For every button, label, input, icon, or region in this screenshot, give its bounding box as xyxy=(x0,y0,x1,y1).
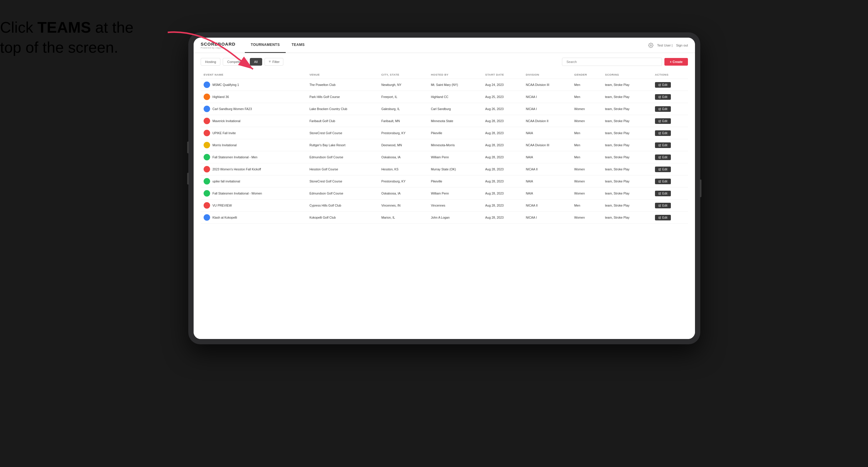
cell-venue-11: Kokopelli Golf Club xyxy=(307,212,378,224)
cell-city-4: Prestonsburg, KY xyxy=(378,127,428,139)
cell-scoring-6: team, Stroke Play xyxy=(602,151,652,163)
edit-button-10[interactable]: Edit xyxy=(655,203,671,208)
event-name-5: Morris Invitational xyxy=(212,143,237,147)
edit-button-3[interactable]: Edit xyxy=(655,118,671,124)
cell-division-6: NAIA xyxy=(523,151,571,163)
cell-event-8: upike fall invitational xyxy=(201,176,307,187)
cell-venue-4: StoneCrest Golf Course xyxy=(307,127,378,139)
tablet-volume-down[interactable] xyxy=(187,173,189,185)
cell-venue-1: Park Hills Golf Course xyxy=(307,91,378,103)
cell-venue-9: Edmundson Golf Course xyxy=(307,187,378,199)
cell-actions-2: Edit xyxy=(652,103,688,115)
cell-event-11: Klash at Kokopelli xyxy=(201,212,307,224)
pencil-icon-5 xyxy=(658,144,661,147)
cell-division-0: NCAA Division III xyxy=(523,79,571,91)
cell-city-9: Oskaloosa, IA xyxy=(378,187,428,199)
cell-gender-9: Women xyxy=(571,187,602,199)
cell-hosted-4: Pikeville xyxy=(428,127,482,139)
team-icon-5 xyxy=(204,142,210,148)
cell-scoring-11: team, Stroke Play xyxy=(602,212,652,224)
col-hosted-by: HOSTED BY xyxy=(428,71,482,79)
cell-scoring-0: team, Stroke Play xyxy=(602,79,652,91)
cell-venue-8: StoneCrest Golf Course xyxy=(307,176,378,187)
pencil-icon-0 xyxy=(658,84,661,86)
team-icon-10 xyxy=(204,202,210,209)
cell-scoring-4: team, Stroke Play xyxy=(602,127,652,139)
cell-hosted-3: Minnesota State xyxy=(428,115,482,127)
cell-venue-5: Ruttger's Bay Lake Resort xyxy=(307,139,378,151)
edit-button-0[interactable]: Edit xyxy=(655,82,671,88)
cell-city-0: Newburgh, NY xyxy=(378,79,428,91)
cell-venue-10: Cypress Hills Golf Club xyxy=(307,199,378,212)
cell-event-3: Maverick Invitational xyxy=(201,115,307,127)
cell-hosted-9: William Penn xyxy=(428,187,482,199)
cell-gender-11: Women xyxy=(571,212,602,224)
cell-gender-4: Men xyxy=(571,127,602,139)
nav-tabs: TOURNAMENTS TEAMS xyxy=(245,38,648,53)
cell-hosted-11: John A Logan xyxy=(428,212,482,224)
sign-out-link[interactable]: Sign out xyxy=(676,43,688,47)
search-input[interactable] xyxy=(562,58,662,66)
settings-icon[interactable] xyxy=(648,43,653,48)
cell-actions-11: Edit xyxy=(652,212,688,224)
table-row: Morris Invitational Ruttger's Bay Lake R… xyxy=(201,139,688,151)
cell-hosted-10: Vincennes xyxy=(428,199,482,212)
col-venue: VENUE xyxy=(307,71,378,79)
cell-date-5: Aug 28, 2023 xyxy=(482,139,523,151)
tablet-volume-up[interactable] xyxy=(187,142,189,153)
pencil-icon-11 xyxy=(658,216,661,219)
cell-event-7: 2023 Women's Hesston Fall Kickoff xyxy=(201,163,307,176)
cell-division-9: NAIA xyxy=(523,187,571,199)
cell-hosted-5: Minnesota-Morris xyxy=(428,139,482,151)
team-icon-11 xyxy=(204,214,210,221)
user-info: Test User | xyxy=(657,43,672,47)
edit-button-8[interactable]: Edit xyxy=(655,179,671,184)
cell-city-6: Oskaloosa, IA xyxy=(378,151,428,163)
cell-date-2: Aug 26, 2023 xyxy=(482,103,523,115)
event-name-2: Carl Sandburg Women FA23 xyxy=(212,107,252,111)
col-scoring: SCORING xyxy=(602,71,652,79)
cell-gender-2: Women xyxy=(571,103,602,115)
cell-city-11: Marion, IL xyxy=(378,212,428,224)
create-button[interactable]: + Create xyxy=(664,58,688,66)
cell-gender-0: Men xyxy=(571,79,602,91)
edit-button-4[interactable]: Edit xyxy=(655,130,671,136)
cell-venue-3: Faribault Golf Club xyxy=(307,115,378,127)
table-row: Fall Statesmen Invitational - Women Edmu… xyxy=(201,187,688,199)
cell-scoring-9: team, Stroke Play xyxy=(602,187,652,199)
pencil-icon-6 xyxy=(658,156,661,159)
edit-button-9[interactable]: Edit xyxy=(655,191,671,196)
cell-actions-8: Edit xyxy=(652,176,688,187)
cell-date-4: Aug 28, 2023 xyxy=(482,127,523,139)
cell-city-7: Hesston, KS xyxy=(378,163,428,176)
cell-hosted-8: Pikeville xyxy=(428,176,482,187)
cell-division-7: NICAA II xyxy=(523,163,571,176)
edit-button-2[interactable]: Edit xyxy=(655,106,671,112)
cell-date-8: Aug 28, 2023 xyxy=(482,176,523,187)
cell-division-2: NICAA I xyxy=(523,103,571,115)
cell-actions-6: Edit xyxy=(652,151,688,163)
edit-button-5[interactable]: Edit xyxy=(655,143,671,148)
cell-scoring-3: team, Stroke Play xyxy=(602,115,652,127)
tablet-power-button[interactable] xyxy=(700,180,702,197)
cell-event-6: Fall Statesmen Invitational - Men xyxy=(201,151,307,163)
cell-scoring-2: team, Stroke Play xyxy=(602,103,652,115)
edit-button-6[interactable]: Edit xyxy=(655,155,671,160)
cell-gender-8: Women xyxy=(571,176,602,187)
cell-city-1: Freeport, IL xyxy=(378,91,428,103)
cell-division-8: NAIA xyxy=(523,176,571,187)
cell-scoring-7: team, Stroke Play xyxy=(602,163,652,176)
cell-venue-7: Hesston Golf Course xyxy=(307,163,378,176)
col-division: DIVISION xyxy=(523,71,571,79)
edit-button-7[interactable]: Edit xyxy=(655,166,671,172)
edit-button-1[interactable]: Edit xyxy=(655,94,671,100)
pencil-icon-7 xyxy=(658,168,661,171)
cell-city-5: Deerwood, MN xyxy=(378,139,428,151)
col-gender: GENDER xyxy=(571,71,602,79)
team-icon-9 xyxy=(204,190,210,196)
pencil-icon-1 xyxy=(658,96,661,98)
cell-division-10: NICAA II xyxy=(523,199,571,212)
cell-division-11: NICAA I xyxy=(523,212,571,224)
cell-venue-0: The Powelton Club xyxy=(307,79,378,91)
edit-button-11[interactable]: Edit xyxy=(655,215,671,220)
